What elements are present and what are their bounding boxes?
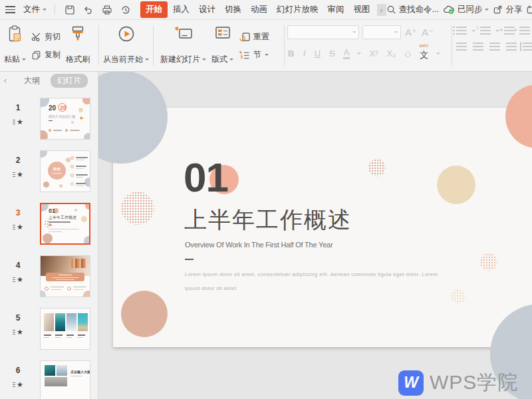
chevron-down-icon: [229, 59, 233, 63]
distribute-text-icon[interactable]: [523, 43, 532, 51]
font-color-button[interactable]: A: [343, 48, 350, 59]
font-size-select[interactable]: [362, 25, 401, 39]
menubar: 文件 开始 插入 设计 切换 动画 幻灯片放映 审阅 视图 › 查找命令... …: [0, 0, 532, 20]
file-menu-button[interactable]: 文件: [21, 2, 49, 17]
align-right-icon[interactable]: [489, 43, 500, 51]
slide-title[interactable]: 上半年工作概述: [184, 205, 352, 235]
decor-circle: [43, 233, 53, 243]
tab-animations[interactable]: 动画: [247, 1, 271, 18]
tab-slideshow[interactable]: 幻灯片放映: [273, 1, 323, 18]
slide-body-text[interactable]: Lorem ipsum dolor sit amet, consectetuer…: [185, 267, 438, 295]
arrow-decor: ▶: [80, 115, 84, 120]
text-bar: [76, 174, 88, 176]
superscript-button[interactable]: X²: [368, 49, 378, 59]
format-painter-button[interactable]: 格式刷: [63, 21, 92, 70]
paste-button[interactable]: 粘贴: [1, 21, 29, 70]
slide-thumbnail-2[interactable]: 目录 Contents: [40, 150, 90, 192]
tab-view[interactable]: 视图: [350, 1, 374, 18]
font-group: A⁺ A⁻ B I U S A X² X₂ ◇ wén 文: [287, 25, 450, 61]
chapter-number[interactable]: 01: [184, 157, 228, 198]
text-bar: [76, 183, 86, 184]
slide-thumbnail-5[interactable]: [40, 308, 90, 350]
undo-button[interactable]: [80, 3, 96, 17]
tab-slides[interactable]: 幻灯片: [51, 74, 88, 88]
layout-icon: [215, 25, 231, 40]
new-slide-button[interactable]: 新建幻灯片: [158, 21, 209, 70]
thumbnail-photo: [57, 365, 67, 376]
decor-circle: [84, 133, 90, 140]
text-bar: [55, 337, 61, 338]
italic-button[interactable]: I: [302, 48, 306, 59]
slide-thumbnail-1[interactable]: 20 20 简约工作总结汇报 ▶: [40, 98, 90, 140]
tab-insert[interactable]: 插入: [169, 1, 194, 18]
decrease-font-button[interactable]: A⁻: [421, 27, 434, 39]
animation-star-icon: ★: [9, 329, 27, 336]
section-button[interactable]: 节: [239, 49, 269, 61]
tab-home[interactable]: 开始: [140, 1, 168, 18]
toc-title-en: Contents: [52, 172, 62, 175]
tab-transitions[interactable]: 切换: [221, 1, 245, 18]
scissors-icon: [31, 33, 41, 41]
editing-canvas[interactable]: 01 上半年工作概述 Overview Of Work In The First…: [98, 72, 532, 399]
strikethrough-button[interactable]: S: [329, 49, 336, 59]
decor-circle: [66, 158, 70, 162]
numbering-icon[interactable]: [480, 27, 491, 35]
thumbnail-gutter: 3 ★: [9, 208, 27, 231]
font-name-select[interactable]: [287, 25, 359, 39]
phonetic-guide-button[interactable]: wén 文: [419, 45, 429, 61]
bullet-ring: [49, 129, 51, 132]
section-label: 节: [253, 49, 261, 61]
text-bar: [49, 231, 62, 232]
format-painter-icon: [70, 25, 85, 41]
toc-item-ring: [70, 165, 74, 168]
ribbon-overflow-button[interactable]: ›: [377, 4, 386, 16]
align-left-icon[interactable]: [456, 43, 467, 51]
sync-label: 已同步: [458, 4, 483, 15]
history-button[interactable]: [118, 3, 134, 17]
hamburger-menu-icon[interactable]: [5, 6, 15, 13]
slide-subtitle[interactable]: Overview Of Work In The First Half Of Th…: [185, 241, 333, 249]
tab-outline[interactable]: 大纲: [24, 75, 40, 86]
subscript-button[interactable]: X₂: [386, 49, 396, 59]
share-button[interactable]: 分享: [493, 4, 522, 15]
wps-academy-watermark: W WPS学院: [398, 369, 518, 396]
play-from-current-button[interactable]: 从当前开始: [100, 21, 152, 70]
slide-thumbnail-6[interactable]: 点击输入大标题: [40, 360, 90, 399]
tab-review[interactable]: 审阅: [324, 1, 348, 18]
slide-thumbnail-3[interactable]: 01 上半年工作概述: [40, 203, 90, 245]
underline-button[interactable]: U: [314, 49, 321, 59]
reset-button[interactable]: 重置: [239, 31, 269, 43]
bold-button[interactable]: B: [287, 49, 295, 59]
decrease-indent-icon[interactable]: [504, 27, 515, 35]
increase-font-button[interactable]: A⁺: [404, 27, 418, 39]
decor-circle: [78, 108, 83, 112]
clear-format-button[interactable]: ◇: [404, 49, 412, 59]
tab-design[interactable]: 设计: [195, 1, 219, 18]
animation-star-icon: ★: [9, 276, 27, 283]
justify-icon[interactable]: [506, 43, 517, 51]
layout-button[interactable]: 版式: [209, 21, 236, 70]
new-slide-label: 新建幻灯片: [160, 54, 200, 65]
toc-circle: 目录 Contents: [48, 162, 66, 180]
slide-number: 2: [9, 156, 27, 165]
comment-button[interactable]: 批注: [526, 4, 532, 15]
align-center-icon[interactable]: [473, 43, 483, 51]
text-bar: [73, 287, 86, 287]
share-icon: [493, 5, 503, 15]
copy-button[interactable]: 复制: [31, 49, 61, 61]
collapse-panel-button[interactable]: ‹: [4, 76, 7, 85]
save-button[interactable]: [62, 3, 78, 17]
sync-status-button[interactable]: 已同步: [443, 4, 489, 15]
slide-canvas[interactable]: 01 上半年工作概述 Overview Of Work In The First…: [113, 108, 532, 347]
increase-indent-icon[interactable]: [519, 27, 530, 35]
bullets-icon[interactable]: [456, 27, 467, 35]
thumb3-chapter: 01: [49, 207, 55, 214]
animation-star-icon: ★: [9, 223, 27, 231]
decor-dash: [185, 259, 194, 260]
cut-button[interactable]: 剪切: [31, 31, 61, 43]
search-icon: [386, 5, 396, 15]
chevron-down-icon: [357, 53, 361, 57]
print-button[interactable]: [99, 3, 115, 17]
slide-thumbnail-4[interactable]: [40, 255, 90, 297]
search-command-button[interactable]: 查找命令...: [386, 4, 439, 15]
